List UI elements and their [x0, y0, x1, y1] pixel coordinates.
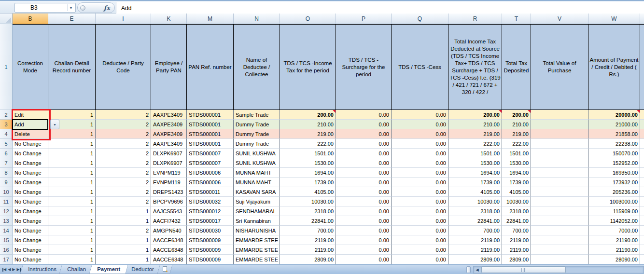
cell-I17[interactable]: 1	[96, 255, 151, 264]
cell-M12[interactable]: STDS000012	[187, 206, 234, 216]
cell-N14[interactable]: NISHARUNISHA	[234, 226, 280, 235]
cell-V2[interactable]	[531, 110, 588, 120]
cell-W15[interactable]: 21190.00	[588, 235, 640, 245]
row-header-4[interactable]: 4	[0, 129, 13, 139]
cell-filler-11[interactable]	[640, 197, 644, 206]
column-header-N[interactable]: N	[234, 14, 280, 24]
cell-K1[interactable]: Employee / Party PAN	[151, 24, 187, 110]
cell-R9[interactable]: 1739.00	[448, 178, 502, 187]
cell-E15[interactable]: 1	[48, 235, 96, 245]
cell-Q9[interactable]: 0.00	[392, 178, 448, 187]
cell-Q2[interactable]: 0.00	[392, 110, 448, 120]
cell-B3[interactable]: Add	[13, 120, 48, 129]
cell-E16[interactable]: 1	[48, 245, 96, 255]
cell-filler-4[interactable]	[640, 129, 644, 139]
scroll-left-button[interactable]: ◀	[474, 267, 480, 273]
cell-K8[interactable]: EVNPM119	[151, 168, 187, 178]
cell-I6[interactable]: 2	[96, 149, 151, 158]
cell-Q11[interactable]: 0.00	[392, 197, 448, 206]
cell-P3[interactable]: 0.00	[336, 120, 392, 129]
cell-N13[interactable]: Sri Kannabiran	[234, 216, 280, 226]
row-header-15[interactable]: 15	[0, 235, 13, 245]
cell-N15[interactable]: EMMARDE STEE	[234, 235, 280, 245]
cell-V12[interactable]	[531, 206, 588, 216]
cell-P4[interactable]: 0.00	[336, 129, 392, 139]
cell-M16[interactable]: STDS000009	[187, 245, 234, 255]
cell-W10[interactable]: 205236.00	[588, 187, 640, 197]
cell-I1[interactable]: Deductee / Party Code	[96, 24, 151, 110]
cell-N11[interactable]: Suji Vijayakum	[234, 197, 280, 206]
cell-Q8[interactable]: 0.00	[392, 168, 448, 178]
cell-filler-13[interactable]	[640, 216, 644, 226]
column-header-E[interactable]: E	[48, 14, 96, 24]
cell-P14[interactable]: 0.00	[336, 226, 392, 235]
cell-M7[interactable]: STDS000007	[187, 158, 234, 168]
cell-I11[interactable]: 2	[96, 197, 151, 206]
cell-T15[interactable]: 2119.00	[502, 235, 531, 245]
cell-filler-12[interactable]	[640, 206, 644, 216]
cell-T2[interactable]: 200.00	[502, 110, 531, 120]
first-sheet-button[interactable]: ◀	[2, 267, 6, 273]
cell-W11[interactable]: 1003000.00	[588, 197, 640, 206]
insert-function-button[interactable]: ƒx	[77, 2, 115, 13]
cell-W14[interactable]: 7000.00	[588, 226, 640, 235]
sheet-tab-payment[interactable]: Payment	[89, 265, 128, 274]
column-header-B[interactable]: B	[13, 14, 48, 24]
cell-K14[interactable]: AMGPN540	[151, 226, 187, 235]
cell-B8[interactable]: No Change	[13, 168, 48, 178]
cell-B11[interactable]: No Change	[13, 197, 48, 206]
cell-filler-9[interactable]	[640, 178, 644, 187]
cell-V1[interactable]: Total Value of Purchase	[531, 24, 588, 110]
cell-W12[interactable]: 115909.00	[588, 206, 640, 216]
cell-Q1[interactable]: TDS / TCS -Cess	[392, 24, 448, 110]
column-header-R[interactable]: R	[448, 14, 502, 24]
cell-M17[interactable]: STDS000009	[187, 255, 234, 264]
cell-I13[interactable]: 1	[96, 216, 151, 226]
column-header-O[interactable]: O	[280, 14, 336, 24]
cell-T4[interactable]: 219.00	[502, 129, 531, 139]
cell-P16[interactable]: 0.00	[336, 245, 392, 255]
cell-K5[interactable]: AAXPE3409	[151, 139, 187, 149]
last-sheet-button[interactable]: ▶	[16, 267, 20, 273]
cell-I12[interactable]: 1	[96, 206, 151, 216]
cell-Q6[interactable]: 0.00	[392, 149, 448, 158]
cell-B15[interactable]: No Change	[13, 235, 48, 245]
row-header-14[interactable]: 14	[0, 226, 13, 235]
cell-P15[interactable]: 0.00	[336, 235, 392, 245]
cell-K6[interactable]: DLXPK6907	[151, 149, 187, 158]
cell-E14[interactable]: 1	[48, 226, 96, 235]
cell-T8[interactable]: 1694.00	[502, 168, 531, 178]
row-header-3[interactable]: 3	[0, 120, 13, 129]
cell-B17[interactable]: No Change	[13, 255, 48, 264]
cell-O16[interactable]: 2119.00	[280, 245, 336, 255]
row-header-12[interactable]: 12	[0, 206, 13, 216]
cell-E1[interactable]: Challan-Detail Record number	[48, 24, 96, 110]
row-header-13[interactable]: 13	[0, 216, 13, 226]
cell-K3[interactable]: AAXPE3409	[151, 120, 187, 129]
cell-R11[interactable]: 10030.00	[448, 197, 502, 206]
cell-N5[interactable]: Dummy Trade	[234, 139, 280, 149]
row-header-7[interactable]: 7	[0, 158, 13, 168]
cell-O8[interactable]: 1694.00	[280, 168, 336, 178]
cell-O15[interactable]: 2119.00	[280, 235, 336, 245]
cell-K10[interactable]: DREPS1423	[151, 187, 187, 197]
cell-B9[interactable]: No Change	[13, 178, 48, 187]
cell-V17[interactable]	[531, 255, 588, 264]
data-validation-dropdown-button[interactable]: ▼	[50, 120, 59, 129]
cell-B12[interactable]: No Change	[13, 206, 48, 216]
column-header-M[interactable]: M	[187, 14, 234, 24]
cell-R4[interactable]: 219.00	[448, 129, 502, 139]
cell-T1[interactable]: Total Tax Deposited	[502, 24, 531, 110]
cell-M4[interactable]: STDS000001	[187, 129, 234, 139]
cell-filler-7[interactable]	[640, 158, 644, 168]
cell-Q5[interactable]: 0.00	[392, 139, 448, 149]
cell-filler-10[interactable]	[640, 187, 644, 197]
cell-E8[interactable]: 1	[48, 168, 96, 178]
cell-Q7[interactable]: 0.00	[392, 158, 448, 168]
cell-N6[interactable]: SUNIL KUSHWA	[234, 149, 280, 158]
cell-V4[interactable]	[531, 129, 588, 139]
cell-T3[interactable]: 210.00	[502, 120, 531, 129]
cell-V10[interactable]	[531, 187, 588, 197]
cell-O17[interactable]: 2809.00	[280, 255, 336, 264]
row-header-1[interactable]: 1	[0, 24, 13, 110]
